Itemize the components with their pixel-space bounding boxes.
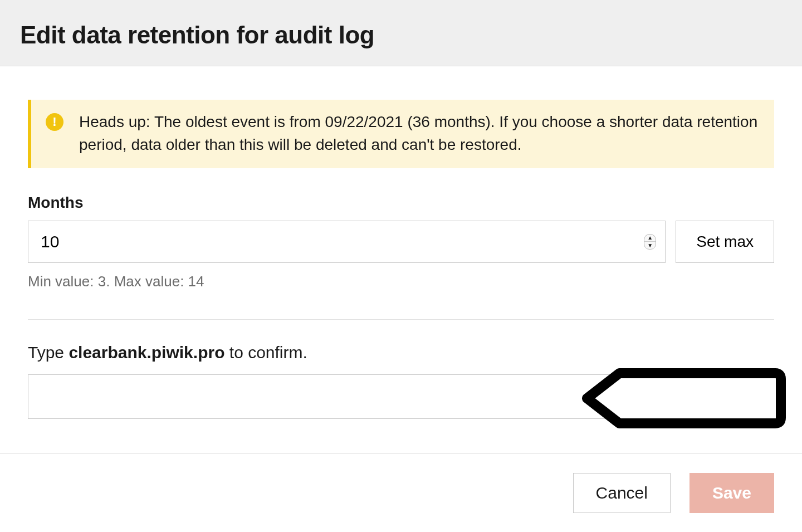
warning-icon: ! [46,113,63,131]
dialog-footer: Cancel Save [0,453,802,532]
warning-text: Heads up: The oldest event is from 09/22… [79,111,759,156]
confirm-suffix: to confirm. [224,343,307,362]
months-input[interactable] [28,221,665,262]
dialog-title: Edit data retention for audit log [20,21,782,49]
dialog-header: Edit data retention for audit log [0,0,802,66]
set-max-button[interactable]: Set max [676,221,774,263]
cancel-button[interactable]: Cancel [573,473,671,513]
months-row: ▲ ▼ Set max [28,221,774,263]
save-button[interactable]: Save [689,473,774,513]
warning-alert: ! Heads up: The oldest event is from 09/… [28,100,774,168]
confirm-domain: clearbank.piwik.pro [69,343,224,362]
months-label: Months [28,194,774,212]
confirm-input-wrapper [28,374,774,419]
stepper-down-icon[interactable]: ▼ [644,242,656,249]
confirm-input[interactable] [28,374,774,419]
confirm-prefix: Type [28,343,69,362]
months-input-wrapper: ▲ ▼ [28,221,666,263]
stepper-up-icon[interactable]: ▲ [644,235,656,242]
months-stepper[interactable]: ▲ ▼ [644,234,656,250]
dialog-edit-data-retention: Edit data retention for audit log ! Head… [0,0,802,532]
dialog-body: ! Heads up: The oldest event is from 09/… [0,66,802,453]
section-divider [28,319,774,320]
months-hint: Min value: 3. Max value: 14 [28,273,774,290]
confirm-instruction: Type clearbank.piwik.pro to confirm. [28,343,774,362]
